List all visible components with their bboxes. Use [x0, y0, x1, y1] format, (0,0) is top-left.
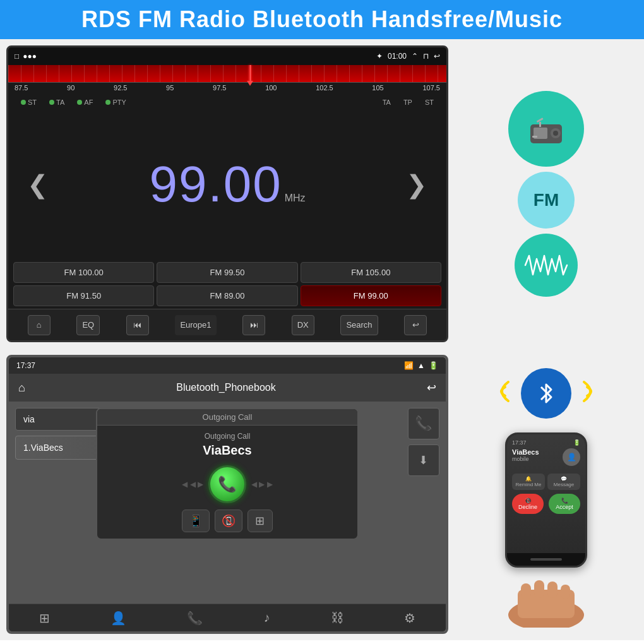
bt-download-button[interactable]: ⬇ — [408, 444, 439, 476]
call-contact-name: ViaBecs — [203, 443, 251, 458]
phone-home-bar-area — [507, 553, 585, 566]
call-phone-button[interactable]: 📱 — [182, 510, 210, 532]
call-answer-button[interactable]: 📞 — [208, 465, 246, 503]
flag-af: AF — [77, 98, 93, 106]
scale-875: 87.5 — [15, 84, 28, 94]
next-button[interactable]: ⏭ — [242, 315, 265, 335]
svg-rect-10 — [534, 580, 544, 598]
bt-time: 17:37 — [16, 361, 35, 370]
fm-label: FM — [534, 190, 559, 210]
bt-nav-settings[interactable]: ⚙ — [398, 608, 422, 628]
search-button[interactable]: Search — [340, 315, 378, 335]
back-button[interactable]: ↩ — [404, 315, 427, 335]
svg-rect-4 — [532, 136, 537, 138]
phone-action-buttons: 🔔 Remind Me 💬 Message — [512, 474, 580, 490]
preset-6[interactable]: FM 99.00 — [301, 285, 441, 306]
bt-search-text: via — [23, 414, 35, 424]
hand-svg — [499, 577, 593, 628]
preset-1[interactable]: FM 100.00 — [13, 262, 154, 283]
wave-svg-icon — [524, 249, 568, 281]
bt-nav-contacts[interactable]: 👤 — [104, 608, 133, 628]
dx-button[interactable]: DX — [292, 315, 314, 335]
preset-4[interactable]: FM 91.50 — [13, 285, 154, 306]
home-button[interactable]: ⌂ — [28, 315, 51, 335]
signal-icon: ⌃ — [412, 52, 418, 61]
scale-1025: 102.5 — [316, 84, 333, 94]
scale-975: 97.5 — [213, 84, 226, 94]
bluetooth-svg — [532, 379, 560, 407]
bt-nav-bar: ⌂ Bluetooth_Phonebook ↩ — [9, 374, 446, 402]
bt-status-bar: 17:37 📶 ▲ 🔋 — [9, 357, 446, 374]
phone-accept-button[interactable]: 📞 Accept — [549, 494, 580, 514]
bluetooth-bubble-area — [489, 361, 603, 426]
flag-ta: TA — [49, 98, 64, 106]
freq-bar-pattern — [8, 65, 446, 82]
scale-90: 90 — [67, 84, 75, 94]
bt-signal-icon: 📶 — [404, 361, 414, 370]
bt-status-icons: 📶 ▲ 🔋 — [404, 361, 438, 370]
decline-label: Decline — [516, 504, 540, 510]
svg-rect-5 — [539, 122, 541, 127]
station-label: Europe1 — [175, 315, 216, 335]
radio-feature-icons: FM — [455, 45, 638, 342]
call-btn-row: ◀ ◀ ▶ 📞 ◀ ▶ ▶ — [182, 465, 272, 503]
back-icon: ↩ — [434, 52, 440, 61]
preset-2[interactable]: FM 99.50 — [157, 262, 297, 283]
status-left: □ ●●● — [15, 52, 37, 61]
freq-unit: MHz — [285, 193, 306, 204]
phone-remind-btn[interactable]: 🔔 Remind Me — [512, 474, 545, 490]
eq-button[interactable]: EQ — [76, 315, 100, 335]
freq-next-button[interactable]: ❯ — [406, 170, 427, 199]
bt-signal-right-icon — [581, 376, 600, 411]
preset-5[interactable]: FM 89.00 — [157, 285, 297, 306]
scale-1075: 107.5 — [422, 84, 440, 94]
bt-nav-link[interactable]: ⛓ — [325, 608, 350, 628]
bt-back-icon[interactable]: ↩ — [427, 381, 436, 395]
frequency-scale: 87.5 90 92.5 95 97.5 100 102.5 105 107.5 — [8, 83, 446, 95]
call-next-arrow: ◀ ▶ ▶ — [251, 480, 273, 489]
frequency-bar — [8, 65, 446, 83]
scale-105: 105 — [372, 84, 383, 94]
bt-nav-grid[interactable]: ⊞ — [33, 608, 56, 628]
phone-time: 17:37 — [512, 439, 527, 446]
bluetooth-screen: 17:37 📶 ▲ 🔋 ⌂ Bluetooth_Phonebook ↩ via — [6, 355, 448, 634]
radio-svg-icon — [524, 107, 568, 151]
frequency-value: 99.00 — [149, 159, 282, 210]
call-keypad-button[interactable]: ⊞ — [247, 510, 273, 532]
radio-toolbar: ⌂ EQ ⏮ Europe1 ⏭ DX Search ↩ — [8, 309, 446, 340]
remind-label: Remind Me — [515, 482, 542, 487]
phone-screen: 17:37 🔋 ViaBecs mobile 👤 🔔 Remind — [507, 434, 585, 553]
flag-st: ST — [21, 98, 37, 106]
bt-nav-music[interactable]: ♪ — [258, 608, 277, 628]
bt-home-icon[interactable]: ⌂ — [18, 381, 25, 395]
frequency-display: ❮ 99.00 MHz ❯ — [8, 109, 446, 259]
freq-value-group: 99.00 MHz — [149, 159, 305, 210]
phone-message-btn[interactable]: 💬 Message — [547, 474, 580, 490]
bt-right-section: 17:37 🔋 ViaBecs mobile 👤 🔔 Remind — [455, 355, 638, 634]
bluetooth-main-icon — [521, 368, 571, 419]
bt-call-button[interactable]: 📞 — [408, 408, 439, 439]
call-end-button[interactable]: 📵 — [215, 510, 242, 532]
signal-left-svg — [492, 376, 511, 407]
call-sub-header: Outgoing Call — [205, 432, 251, 441]
bt-nav-phone[interactable]: 📞 — [181, 608, 209, 628]
freq-prev-button[interactable]: ❮ — [27, 170, 49, 199]
phone-battery: 🔋 — [573, 439, 580, 446]
message-label: Message — [550, 482, 578, 487]
prev-button[interactable]: ⏮ — [126, 315, 149, 335]
scale-95: 95 — [166, 84, 174, 94]
phone-decline-button[interactable]: 📵 Decline — [512, 494, 544, 514]
bt-screen-title: Bluetooth_Phonebook — [176, 382, 275, 393]
radio-status-bar: □ ●●● ✦ 01:00 ⌃ ⊓ ↩ — [8, 47, 446, 65]
radio-screen: □ ●●● ✦ 01:00 ⌃ ⊓ ↩ 87.5 90 — [6, 45, 448, 342]
fm-icon-circle: FM — [518, 172, 575, 229]
bluetooth-status-icon: ✦ — [376, 52, 383, 61]
signal-right-svg — [581, 376, 600, 407]
preset-3[interactable]: FM 105.00 — [301, 262, 441, 283]
freq-marker — [249, 65, 251, 82]
bt-content-area: via 1.ViaBecs 📞 ⬇ Outgoing Call Outgoing… — [9, 402, 446, 604]
hand-holding-phone — [499, 577, 593, 628]
phone-status-bar: 17:37 🔋 — [512, 439, 580, 446]
bt-signal-left-icon — [492, 376, 511, 411]
top-section: □ ●●● ✦ 01:00 ⌃ ⊓ ↩ 87.5 90 — [0, 39, 644, 349]
